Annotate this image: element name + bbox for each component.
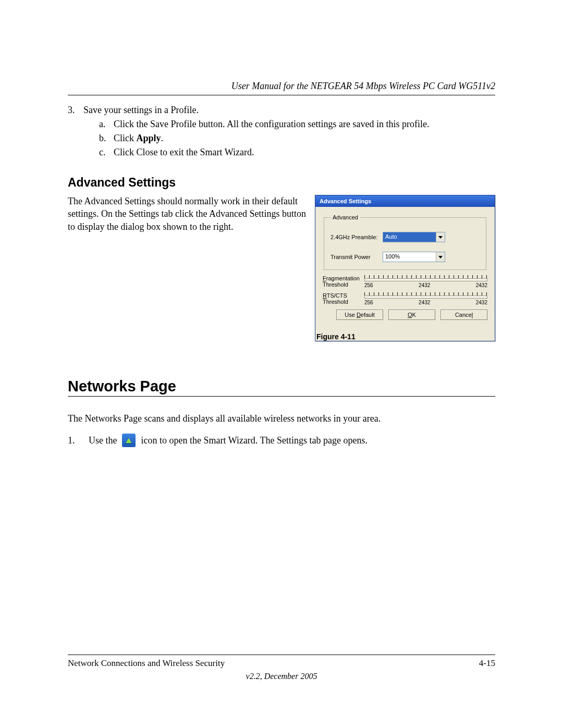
substep-list: a. Click the Save Profile button. All th… — [83, 119, 429, 158]
slider-max: 2432 — [476, 282, 487, 288]
slider-min: 256 — [364, 300, 373, 305]
transmit-power-value: 100% — [383, 252, 436, 262]
slider-mid: 2432 — [419, 282, 430, 288]
rtscts-label: RTS/CTS Threshold — [323, 292, 364, 305]
slider-mid: 2432 — [419, 300, 430, 305]
step-text: Save your settings in a Profile. — [83, 105, 199, 115]
cancel-button[interactable]: Cancel — [440, 310, 487, 320]
footer-chapter: Network Connections and Wireless Securit… — [68, 658, 225, 669]
step-list: 3. Save your settings in a Profile. a. C… — [68, 105, 495, 161]
fragmentation-label: Fragmentation Threshold — [323, 275, 364, 288]
ok-button[interactable]: OK — [388, 310, 435, 320]
step-number: 1. — [68, 435, 83, 446]
step-text-pre: Use the — [89, 435, 117, 446]
substep-text: Click Close to exit the Smart Wizard. — [114, 147, 254, 158]
chevron-down-icon[interactable] — [436, 232, 445, 242]
preamble-label: 2.4GHz Preamble: — [331, 234, 383, 240]
fragmentation-slider[interactable]: 256 2432 2432 — [364, 275, 487, 288]
advanced-group: Advanced 2.4GHz Preamble: Auto Transmit … — [324, 214, 486, 270]
section-heading-networks: Networks Page — [68, 378, 495, 397]
slider-max: 2432 — [476, 300, 487, 305]
chevron-down-icon[interactable] — [436, 252, 445, 262]
substep-text: Click the Save Profile button. All the c… — [114, 119, 429, 130]
rtscts-slider[interactable]: 256 2432 2432 — [364, 292, 487, 305]
networks-step-1: 1. Use the icon to open the Smart Wizard… — [68, 434, 495, 447]
preamble-value: Auto — [383, 232, 436, 242]
transmit-power-label: Transmit Power — [331, 254, 383, 260]
dialog-titlebar: Advanced Settings — [315, 195, 495, 207]
slider-min: 256 — [364, 282, 373, 288]
page-footer: Network Connections and Wireless Securit… — [68, 655, 495, 681]
networks-paragraph: The Networks Page scans and displays all… — [68, 412, 495, 425]
smart-wizard-tray-icon — [122, 434, 136, 447]
preamble-combobox[interactable]: Auto — [383, 232, 445, 242]
svg-rect-0 — [126, 443, 133, 444]
substep-letter: a. — [99, 119, 114, 130]
advanced-settings-dialog: Advanced Settings Advanced 2.4GHz Preamb… — [315, 195, 495, 341]
substep-text: Click Apply. — [114, 133, 163, 144]
section-heading-advanced: Advanced Settings — [68, 176, 495, 190]
figure-caption: Figure 4-11 — [316, 332, 495, 341]
step-text-post: icon to open the Smart Wizard. The Setti… — [141, 435, 368, 446]
header-rule — [68, 95, 495, 95]
footer-page-number: 4-15 — [479, 658, 495, 669]
substep-letter: b. — [99, 133, 114, 144]
step-number: 3. — [68, 105, 83, 161]
page-header-title: User Manual for the NETGEAR 54 Mbps Wire… — [68, 81, 495, 92]
footer-version: v2.2, December 2005 — [68, 672, 495, 681]
use-default-button[interactable]: Use Default — [336, 310, 383, 320]
group-legend: Advanced — [331, 214, 360, 220]
substep-letter: c. — [99, 147, 114, 158]
transmit-power-combobox[interactable]: 100% — [383, 252, 445, 262]
advanced-paragraph: The Advanced Settings should normally wo… — [68, 195, 308, 233]
